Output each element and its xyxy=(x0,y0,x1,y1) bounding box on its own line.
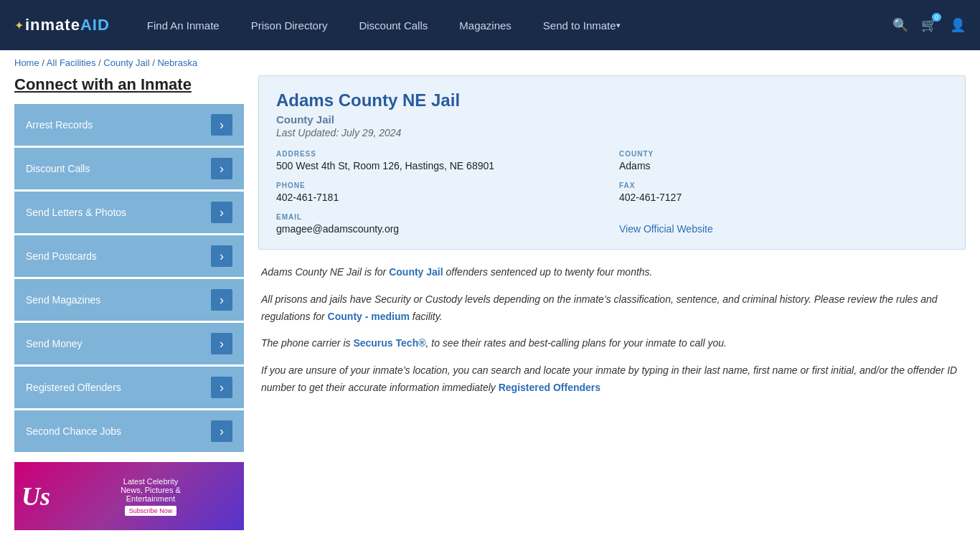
cart-icon[interactable]: 🛒 0 xyxy=(921,17,937,33)
ad-subscribe-button[interactable]: Subscribe Now xyxy=(125,506,177,516)
sidebar-label-arrest-records: Arrest Records xyxy=(26,119,93,131)
advertisement-banner: Us Latest Celebrity News, Pictures & Ent… xyxy=(14,462,244,530)
ad-line1: Latest Celebrity xyxy=(61,477,240,486)
logo-text: inmateAID xyxy=(25,16,110,34)
site-header: ✦ inmateAID Find An Inmate Prison Direct… xyxy=(0,0,980,50)
sidebar-send-letters[interactable]: Send Letters & Photos › xyxy=(14,192,244,233)
phone-block: PHONE 402-461-7181 xyxy=(276,182,605,203)
sidebar-arrow-send-letters: › xyxy=(211,202,232,223)
breadcrumb: Home / All Facilities / County Jail / Ne… xyxy=(0,50,980,75)
header-icons: 🔍 🛒 0 👤 xyxy=(892,17,966,33)
ad-line3: Entertainment xyxy=(61,494,240,503)
fax-label: FAX xyxy=(619,182,948,189)
breadcrumb-home[interactable]: Home xyxy=(14,57,39,68)
sidebar-label-send-letters: Send Letters & Photos xyxy=(26,207,126,218)
county-medium-highlight: County - medium xyxy=(328,311,410,322)
facility-type: County Jail xyxy=(276,113,948,126)
nav-find-inmate[interactable]: Find An Inmate xyxy=(131,0,235,50)
sidebar-label-registered-offenders: Registered Offenders xyxy=(26,382,121,393)
sidebar-send-postcards[interactable]: Send Postcards › xyxy=(14,235,244,277)
nav-prison-directory[interactable]: Prison Directory xyxy=(235,0,344,50)
main-nav: Find An Inmate Prison Directory Discount… xyxy=(131,0,892,50)
breadcrumb-county-jail[interactable]: County Jail xyxy=(103,57,149,68)
fax-value: 402-461-7127 xyxy=(619,192,948,203)
sidebar-arrow-send-postcards: › xyxy=(211,245,232,267)
sidebar-discount-calls[interactable]: Discount Calls › xyxy=(14,148,244,189)
facility-last-updated: Last Updated: July 29, 2024 xyxy=(276,127,948,138)
logo-icon: ✦ xyxy=(14,19,24,32)
sidebar-menu: Arrest Records › Discount Calls › Send L… xyxy=(14,104,244,452)
desc-para1: Adams County NE Jail is for County Jail … xyxy=(261,264,963,281)
logo[interactable]: ✦ inmateAID xyxy=(14,16,110,34)
county-value: Adams xyxy=(619,160,948,171)
facility-info-grid: ADDRESS 500 West 4th St, Room 126, Hasti… xyxy=(276,150,948,235)
address-value: 500 West 4th St, Room 126, Hastings, NE … xyxy=(276,160,605,171)
sidebar-title: Connect with an Inmate xyxy=(14,75,244,94)
sidebar-arrow-send-magazines: › xyxy=(211,289,232,311)
email-block: EMAIL gmagee@adamscounty.org xyxy=(276,213,605,235)
address-label: ADDRESS xyxy=(276,150,605,158)
desc-para2: All prisons and jails have Security or C… xyxy=(261,291,963,326)
email-label: EMAIL xyxy=(276,213,605,221)
breadcrumb-all-facilities[interactable]: All Facilities xyxy=(47,57,96,68)
phone-value: 402-461-7181 xyxy=(276,192,605,203)
user-icon[interactable]: 👤 xyxy=(950,17,966,33)
address-block: ADDRESS 500 West 4th St, Room 126, Hasti… xyxy=(276,150,605,171)
nav-magazines[interactable]: Magazines xyxy=(443,0,527,50)
sidebar-send-magazines[interactable]: Send Magazines › xyxy=(14,279,244,321)
county-label: COUNTY xyxy=(619,150,948,158)
sidebar-arrow-second-chance-jobs: › xyxy=(211,420,232,442)
securus-tech-link[interactable]: Securus Tech® xyxy=(353,337,425,349)
description-section: Adams County NE Jail is for County Jail … xyxy=(258,264,966,397)
county-block: COUNTY Adams xyxy=(619,150,948,171)
county-jail-highlight: County Jail xyxy=(389,266,443,278)
sidebar-label-discount-calls: Discount Calls xyxy=(26,163,90,174)
sidebar-send-money[interactable]: Send Money › xyxy=(14,323,244,364)
nav-send-to-inmate[interactable]: Send to Inmate xyxy=(527,0,636,50)
facility-card: Adams County NE Jail County Jail Last Up… xyxy=(258,75,966,250)
ad-text: Latest Celebrity News, Pictures & Entert… xyxy=(57,474,244,519)
sidebar-registered-offenders[interactable]: Registered Offenders › xyxy=(14,367,244,408)
desc-para4: If you are unsure of your inmate’s locat… xyxy=(261,362,963,397)
sidebar-label-send-magazines: Send Magazines xyxy=(26,294,100,306)
fax-block: FAX 402-461-7127 xyxy=(619,182,948,203)
ad-line2: News, Pictures & xyxy=(61,486,240,494)
desc-para3: The phone carrier is Securus Tech®, to s… xyxy=(261,335,963,352)
main-content: Adams County NE Jail County Jail Last Up… xyxy=(258,75,966,530)
view-official-website-link[interactable]: View Official Website xyxy=(619,223,713,235)
sidebar-label-second-chance-jobs: Second Chance Jobs xyxy=(26,425,121,437)
search-icon[interactable]: 🔍 xyxy=(892,17,908,33)
sidebar-arrow-discount-calls: › xyxy=(211,158,232,179)
nav-discount-calls[interactable]: Discount Calls xyxy=(343,0,443,50)
sidebar: Connect with an Inmate Arrest Records › … xyxy=(14,75,244,530)
sidebar-label-send-money: Send Money xyxy=(26,338,83,349)
sidebar-label-send-postcards: Send Postcards xyxy=(26,250,97,262)
phone-label: PHONE xyxy=(276,182,605,189)
sidebar-arrow-registered-offenders: › xyxy=(211,377,232,398)
ad-logo: Us xyxy=(14,474,57,519)
sidebar-second-chance-jobs[interactable]: Second Chance Jobs › xyxy=(14,410,244,452)
breadcrumb-nebraska[interactable]: Nebraska xyxy=(157,57,197,68)
website-label-spacer xyxy=(619,213,948,221)
website-block: View Official Website xyxy=(619,213,948,235)
main-container: Connect with an Inmate Arrest Records › … xyxy=(0,75,980,545)
facility-name: Adams County NE Jail xyxy=(276,90,948,110)
email-value: gmagee@adamscounty.org xyxy=(276,223,605,235)
cart-badge: 0 xyxy=(932,13,941,22)
sidebar-arrow-send-money: › xyxy=(211,333,232,354)
sidebar-arrow-arrest-records: › xyxy=(211,114,232,136)
registered-offenders-link[interactable]: Registered Offenders xyxy=(499,382,600,393)
sidebar-arrest-records[interactable]: Arrest Records › xyxy=(14,104,244,146)
